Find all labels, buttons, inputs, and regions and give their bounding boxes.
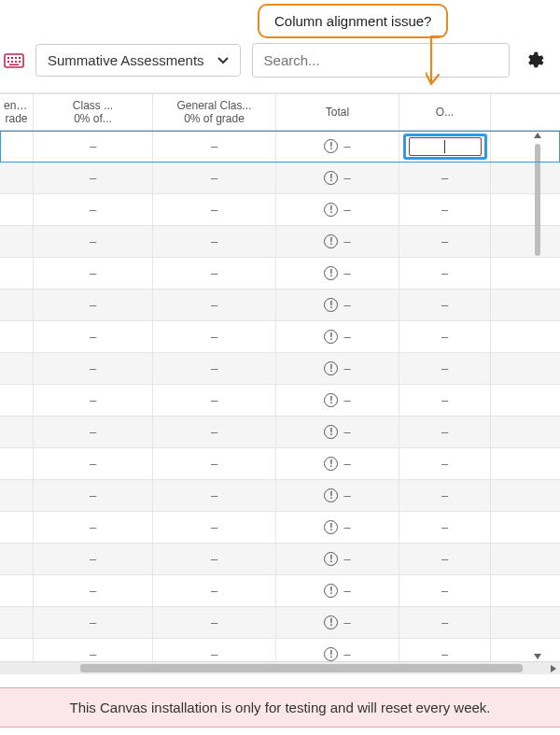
grade-cell[interactable]: – <box>399 607 491 638</box>
grade-cell[interactable] <box>0 258 34 289</box>
table-row[interactable]: ––!–– <box>0 480 560 512</box>
grade-cell[interactable]: – <box>399 448 491 479</box>
grade-cell[interactable] <box>0 417 34 447</box>
total-cell[interactable]: !– <box>276 417 399 447</box>
total-cell[interactable]: !– <box>276 290 399 320</box>
total-cell[interactable]: !– <box>276 131 399 162</box>
table-row[interactable]: ––!–– <box>0 575 560 607</box>
grade-cell[interactable] <box>399 131 491 162</box>
grade-cell[interactable]: – <box>153 163 276 193</box>
table-row[interactable]: ––!–– <box>0 385 560 417</box>
total-cell[interactable]: !– <box>276 353 399 384</box>
grade-cell[interactable]: – <box>153 131 276 162</box>
search-input[interactable] <box>252 43 510 78</box>
total-cell[interactable]: !– <box>276 321 399 352</box>
grade-cell[interactable]: – <box>399 321 491 352</box>
grade-cell[interactable] <box>0 575 34 606</box>
grade-cell[interactable] <box>0 163 34 193</box>
grade-cell[interactable]: – <box>34 258 153 289</box>
grade-cell[interactable]: – <box>399 480 491 511</box>
assignment-group-dropdown[interactable]: Summative Assessments <box>35 44 241 77</box>
grade-cell[interactable]: – <box>153 575 276 606</box>
grade-cell[interactable]: – <box>153 321 276 352</box>
grade-cell[interactable]: – <box>399 226 491 257</box>
grade-cell[interactable]: – <box>399 639 491 661</box>
grade-cell[interactable]: – <box>153 607 276 638</box>
grade-cell[interactable] <box>0 512 34 543</box>
grade-cell[interactable]: – <box>34 163 153 193</box>
grade-cell[interactable]: – <box>153 480 276 511</box>
table-row[interactable]: ––!–– <box>0 290 560 321</box>
grade-cell[interactable] <box>0 226 34 257</box>
column-header[interactable]: O... <box>399 94 491 130</box>
grade-cell[interactable]: – <box>153 417 276 447</box>
total-cell[interactable]: !– <box>276 448 399 479</box>
grade-cell[interactable]: – <box>34 385 153 416</box>
grade-cell[interactable] <box>0 194 34 225</box>
grade-cell[interactable] <box>0 321 34 352</box>
grade-cell[interactable]: – <box>153 353 276 384</box>
vertical-scrollbar[interactable] <box>534 131 541 661</box>
total-cell[interactable]: !– <box>276 385 399 416</box>
table-row[interactable]: ––!– <box>0 131 560 163</box>
total-cell[interactable]: !– <box>276 512 399 543</box>
grade-cell[interactable]: – <box>399 258 491 289</box>
grade-cell[interactable] <box>0 480 34 511</box>
grade-cell[interactable] <box>0 385 34 416</box>
grade-cell[interactable]: – <box>34 321 153 352</box>
table-row[interactable]: ––!–– <box>0 321 560 353</box>
grade-cell[interactable]: – <box>34 544 153 574</box>
column-header[interactable]: Class ... 0% of... <box>34 94 153 130</box>
grade-cell[interactable] <box>0 639 34 661</box>
grade-cell[interactable]: – <box>34 226 153 257</box>
grade-cell[interactable]: – <box>34 417 153 447</box>
grade-cell[interactable]: – <box>34 353 153 384</box>
grade-cell[interactable] <box>0 544 34 574</box>
table-row[interactable]: ––!–– <box>0 194 560 226</box>
grade-cell[interactable]: – <box>153 290 276 320</box>
grade-cell[interactable]: – <box>399 417 491 447</box>
total-cell[interactable]: !– <box>276 575 399 606</box>
grade-cell[interactable]: – <box>34 131 153 162</box>
total-cell[interactable]: !– <box>276 607 399 638</box>
grade-cell[interactable] <box>0 448 34 479</box>
grade-cell[interactable]: – <box>399 575 491 606</box>
column-header[interactable]: ent P... rade <box>0 94 34 130</box>
grade-cell[interactable]: – <box>34 607 153 638</box>
grade-cell[interactable]: – <box>34 194 153 225</box>
grade-cell[interactable]: – <box>399 512 491 543</box>
total-cell[interactable]: !– <box>276 639 399 661</box>
total-cell[interactable]: !– <box>276 194 399 225</box>
grade-cell[interactable]: – <box>34 512 153 543</box>
grade-cell[interactable]: – <box>34 448 153 479</box>
grade-cell[interactable] <box>0 131 34 162</box>
grade-cell[interactable]: – <box>153 512 276 543</box>
settings-button[interactable] <box>521 48 547 74</box>
column-header[interactable]: General Clas... 0% of grade <box>153 94 276 130</box>
table-row[interactable]: ––!–– <box>0 639 560 661</box>
grade-cell[interactable] <box>0 607 34 638</box>
column-header-total[interactable]: Total <box>276 94 399 130</box>
grade-cell[interactable]: – <box>153 448 276 479</box>
total-cell[interactable]: !– <box>276 544 399 574</box>
total-cell[interactable]: !– <box>276 258 399 289</box>
table-row[interactable]: ––!–– <box>0 258 560 290</box>
grade-cell[interactable] <box>0 290 34 320</box>
scroll-thumb[interactable] <box>80 664 523 672</box>
table-row[interactable]: ––!–– <box>0 353 560 385</box>
horizontal-scrollbar[interactable] <box>0 661 560 674</box>
keyboard-icon[interactable] <box>4 52 24 69</box>
grade-cell[interactable]: – <box>399 163 491 193</box>
table-row[interactable]: ––!–– <box>0 544 560 575</box>
grade-cell[interactable]: – <box>34 480 153 511</box>
active-edit-cell[interactable] <box>403 134 487 160</box>
table-row[interactable]: ––!–– <box>0 417 560 448</box>
grade-cell[interactable]: – <box>34 575 153 606</box>
grade-cell[interactable]: – <box>153 385 276 416</box>
grade-cell[interactable]: – <box>399 290 491 320</box>
table-row[interactable]: ––!–– <box>0 226 560 258</box>
grade-cell[interactable]: – <box>34 290 153 320</box>
table-row[interactable]: ––!–– <box>0 607 560 639</box>
grade-cell[interactable]: – <box>153 639 276 661</box>
grade-cell[interactable]: – <box>399 544 491 574</box>
